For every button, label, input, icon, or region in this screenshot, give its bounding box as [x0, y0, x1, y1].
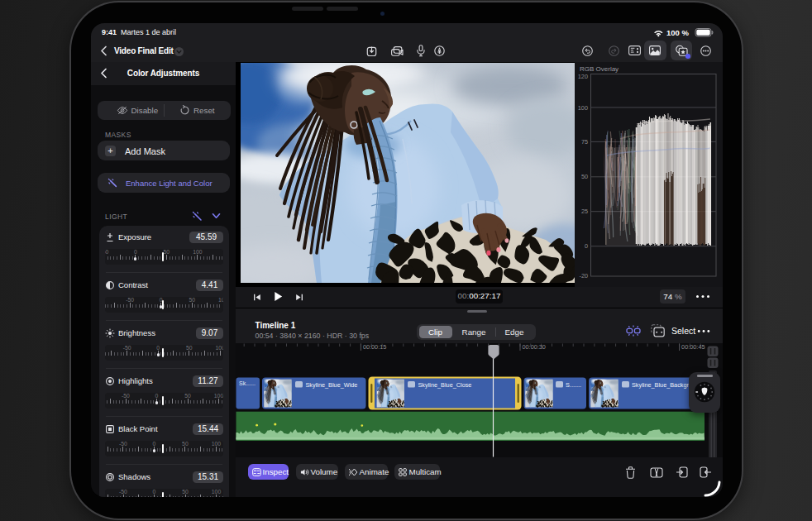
svg-text:Sk......: Sk......: [239, 380, 256, 386]
svg-text:00:00:45: 00:00:45: [681, 343, 705, 351]
svg-text:Skyline_Blue_Backgrou: Skyline_Blue_Backgrou: [632, 381, 695, 389]
svg-text:S.......: S.......: [566, 381, 581, 389]
svg-text:00:00:30: 00:00:30: [523, 343, 546, 351]
svg-text:Skyline_Blue_Close: Skyline_Blue_Close: [418, 381, 472, 389]
svg-text:Skyline_Blue_Wide: Skyline_Blue_Wide: [306, 381, 358, 389]
svg-text:00:00:15: 00:00:15: [363, 343, 386, 351]
